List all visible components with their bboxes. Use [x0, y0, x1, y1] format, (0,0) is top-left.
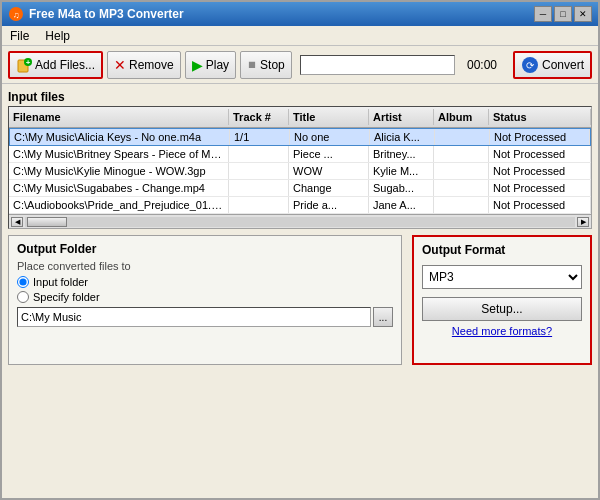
more-formats-link[interactable]: Need more formats?	[422, 325, 582, 337]
radio-specify-folder-input[interactable]	[17, 291, 29, 303]
output-format-title: Output Format	[422, 243, 582, 257]
title-bar-left: ♫ Free M4a to MP3 Converter	[8, 6, 184, 22]
title-bar: ♫ Free M4a to MP3 Converter ─ □ ✕	[2, 2, 598, 26]
scroll-right-button[interactable]: ▶	[577, 217, 589, 227]
format-select[interactable]: MP3WAVOGGFLACAAC	[422, 265, 582, 289]
file-table-body: C:\My Music\Alicia Keys - No one.m4a1/1N…	[9, 128, 591, 214]
convert-label: Convert	[542, 58, 584, 72]
table-cell: No one	[290, 129, 370, 145]
table-cell: C:\My Music\Britney Spears - Piece of Me…	[9, 146, 229, 162]
minimize-button[interactable]: ─	[534, 6, 552, 22]
svg-text:+: +	[26, 58, 31, 67]
output-folder-panel: Output Folder Place converted files to I…	[8, 235, 402, 365]
remove-button[interactable]: ✕ Remove	[107, 51, 181, 79]
app-icon: ♫	[8, 6, 24, 22]
table-cell: C:\Audiobooks\Pride_and_Prejudice_01.m4b	[9, 197, 229, 213]
window-controls: ─ □ ✕	[534, 6, 592, 22]
col-filename: Filename	[9, 109, 229, 125]
table-row[interactable]: C:\My Music\Britney Spears - Piece of Me…	[9, 146, 591, 163]
progress-bar	[300, 55, 455, 75]
table-cell: C:\My Music\Kylie Minogue - WOW.3gp	[9, 163, 229, 179]
close-button[interactable]: ✕	[574, 6, 592, 22]
main-window: ♫ Free M4a to MP3 Converter ─ □ ✕ File H…	[0, 0, 600, 500]
table-row[interactable]: C:\My Music\Alicia Keys - No one.m4a1/1N…	[9, 128, 591, 146]
add-files-button[interactable]: + Add Files...	[8, 51, 103, 79]
table-cell	[434, 163, 489, 179]
table-cell: Sugab...	[369, 180, 434, 196]
browse-button[interactable]: ...	[373, 307, 393, 327]
setup-button[interactable]: Setup...	[422, 297, 582, 321]
table-cell: Not Processed	[489, 180, 591, 196]
scroll-thumb[interactable]	[27, 217, 67, 227]
folder-path-input[interactable]	[17, 307, 371, 327]
convert-icon: ⟳	[521, 56, 539, 74]
output-format-panel: Output Format MP3WAVOGGFLACAAC Setup... …	[412, 235, 592, 365]
col-artist: Artist	[369, 109, 434, 125]
col-title: Title	[289, 109, 369, 125]
add-files-icon: +	[16, 57, 32, 73]
table-cell: WOW	[289, 163, 369, 179]
table-cell: Pride a...	[289, 197, 369, 213]
convert-button[interactable]: ⟳ Convert	[513, 51, 592, 79]
radio-input-folder-input[interactable]	[17, 276, 29, 288]
remove-icon: ✕	[114, 57, 126, 73]
table-cell: Britney...	[369, 146, 434, 162]
table-cell	[435, 129, 490, 145]
radio-specify-folder[interactable]: Specify folder	[17, 291, 393, 303]
table-cell	[229, 197, 289, 213]
table-row[interactable]: C:\My Music\Kylie Minogue - WOW.3gpWOWKy…	[9, 163, 591, 180]
table-cell: 1/1	[230, 129, 290, 145]
stop-icon: ⏹	[247, 59, 257, 70]
table-cell	[229, 146, 289, 162]
table-header: Filename Track # Title Artist Album Stat…	[9, 107, 591, 128]
table-row[interactable]: C:\Audiobooks\Pride_and_Prejudice_01.m4b…	[9, 197, 591, 214]
add-files-label: Add Files...	[35, 58, 95, 72]
table-cell: Alicia K...	[370, 129, 435, 145]
table-cell	[434, 180, 489, 196]
table-cell: C:\My Music\Alicia Keys - No one.m4a	[10, 129, 230, 145]
output-folder-subtitle: Place converted files to	[17, 260, 393, 272]
stop-label: Stop	[260, 58, 285, 72]
menu-item-file[interactable]: File	[6, 28, 33, 44]
main-content: Input files Filename Track # Title Artis…	[2, 84, 598, 498]
maximize-button[interactable]: □	[554, 6, 572, 22]
output-folder-title: Output Folder	[17, 242, 393, 256]
radio-specify-folder-label: Specify folder	[33, 291, 100, 303]
table-cell: Not Processed	[489, 163, 591, 179]
folder-input-row: ...	[17, 307, 393, 327]
stop-button[interactable]: ⏹ Stop	[240, 51, 292, 79]
input-files-label: Input files	[8, 90, 592, 104]
remove-label: Remove	[129, 58, 174, 72]
window-title: Free M4a to MP3 Converter	[29, 7, 184, 21]
file-table: Filename Track # Title Artist Album Stat…	[8, 106, 592, 229]
table-cell: C:\My Music\Sugababes - Change.mp4	[9, 180, 229, 196]
bottom-panels: Output Folder Place converted files to I…	[8, 235, 592, 365]
table-cell	[229, 180, 289, 196]
table-cell: Not Processed	[490, 129, 590, 145]
horizontal-scrollbar[interactable]: ◀ ▶	[9, 214, 591, 228]
col-album: Album	[434, 109, 489, 125]
col-status: Status	[489, 109, 591, 125]
table-cell	[229, 163, 289, 179]
scroll-track[interactable]	[25, 217, 575, 227]
table-cell: Jane A...	[369, 197, 434, 213]
table-cell	[434, 146, 489, 162]
table-cell: Piece ...	[289, 146, 369, 162]
menu-bar: File Help	[2, 26, 598, 46]
svg-text:⟳: ⟳	[526, 60, 535, 71]
table-cell: Kylie M...	[369, 163, 434, 179]
menu-item-help[interactable]: Help	[41, 28, 74, 44]
input-files-section: Input files Filename Track # Title Artis…	[8, 90, 592, 229]
toolbar: + Add Files... ✕ Remove ▶ Play ⏹ Stop 00…	[2, 46, 598, 84]
radio-input-folder[interactable]: Input folder	[17, 276, 393, 288]
table-cell: Change	[289, 180, 369, 196]
svg-text:♫: ♫	[13, 10, 20, 20]
time-display: 00:00	[467, 58, 505, 72]
table-cell	[434, 197, 489, 213]
scroll-left-button[interactable]: ◀	[11, 217, 23, 227]
col-track: Track #	[229, 109, 289, 125]
play-button[interactable]: ▶ Play	[185, 51, 236, 79]
radio-input-folder-label: Input folder	[33, 276, 88, 288]
table-row[interactable]: C:\My Music\Sugababes - Change.mp4Change…	[9, 180, 591, 197]
play-icon: ▶	[192, 57, 203, 73]
